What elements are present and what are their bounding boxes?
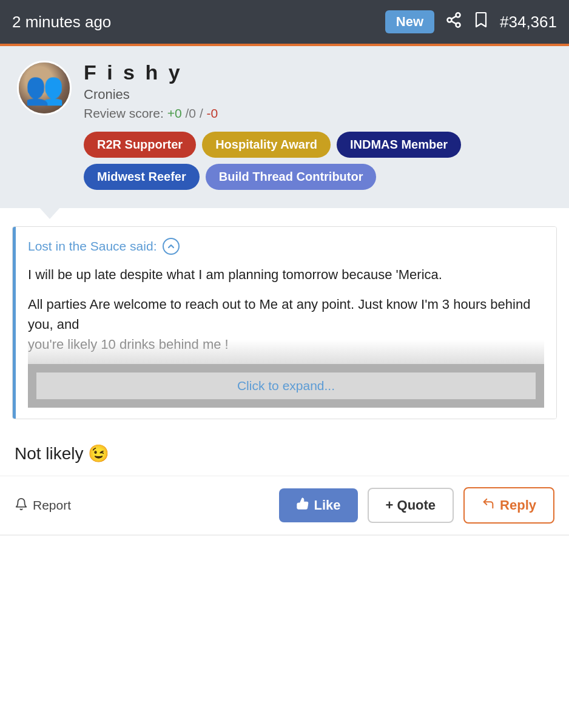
badge-hospitality[interactable]: Hospitality Award — [202, 132, 331, 158]
expand-overlay: Click to expand... — [28, 364, 544, 408]
post-content: Not likely 😉 — [0, 431, 569, 470]
like-label: Like — [314, 497, 341, 513]
report-label: Report — [33, 498, 71, 513]
bottom-divider — [0, 534, 569, 536]
header-bar: 2 minutes ago New #34,361 — [0, 0, 569, 44]
bookmark-icon[interactable] — [473, 12, 489, 33]
quote-button[interactable]: + Quote — [368, 488, 454, 523]
quote-author[interactable]: Lost in the Sauce said: — [28, 239, 157, 254]
like-button[interactable]: Like — [279, 488, 358, 522]
quote-author-line: Lost in the Sauce said: — [28, 238, 544, 255]
review-score: Review score: +0 /0 / -0 — [84, 106, 552, 121]
user-section: F i s h y Cronies Review score: +0 /0 / … — [0, 46, 569, 208]
avatar[interactable] — [17, 61, 72, 115]
badge-build-thread[interactable]: Build Thread Contributor — [206, 164, 377, 190]
reply-label: Reply — [500, 497, 536, 513]
post-number: #34,361 — [500, 13, 557, 32]
bell-icon — [15, 497, 28, 514]
user-title: Cronies — [84, 87, 552, 103]
expand-bar: Click to expand... — [28, 364, 544, 408]
share-icon[interactable] — [445, 12, 462, 33]
score-neutral: /0 / — [186, 106, 203, 120]
badge-r2r[interactable]: R2R Supporter — [84, 132, 196, 158]
badge-indmas[interactable]: INDMAS Member — [337, 132, 461, 158]
score-positive: +0 — [167, 106, 182, 120]
post-time: 2 minutes ago — [12, 13, 111, 32]
post-text: Not likely 😉 — [15, 444, 109, 463]
svg-line-3 — [451, 21, 456, 24]
review-label: Review score: — [84, 106, 164, 120]
quote-label: + Quote — [386, 497, 436, 513]
svg-line-4 — [451, 16, 456, 19]
score-negative: -0 — [207, 106, 218, 120]
quote-scroll-up-icon[interactable] — [163, 238, 180, 255]
quote-inner: Lost in the Sauce said: I will be up lat… — [13, 227, 556, 419]
reply-arrow-icon — [482, 497, 495, 514]
username[interactable]: F i s h y — [84, 61, 552, 84]
user-info: F i s h y Cronies Review score: +0 /0 / … — [84, 61, 552, 190]
quote-line1: I will be up late despite what I am plan… — [28, 265, 544, 285]
badge-list: R2R Supporter Hospitality Award INDMAS M… — [84, 132, 552, 190]
header-actions: New #34,361 — [385, 10, 557, 33]
badge-midwest[interactable]: Midwest Reefer — [84, 164, 200, 190]
expand-link[interactable]: Click to expand... — [36, 372, 536, 399]
thumbsup-icon — [296, 497, 309, 514]
quote-section: Lost in the Sauce said: I will be up lat… — [12, 226, 557, 419]
report-button[interactable]: Report — [15, 497, 71, 514]
new-badge[interactable]: New — [385, 10, 434, 33]
action-bar: Report Like + Quote Reply — [0, 476, 569, 534]
reply-button[interactable]: Reply — [463, 487, 554, 524]
avatar-image — [19, 62, 70, 113]
